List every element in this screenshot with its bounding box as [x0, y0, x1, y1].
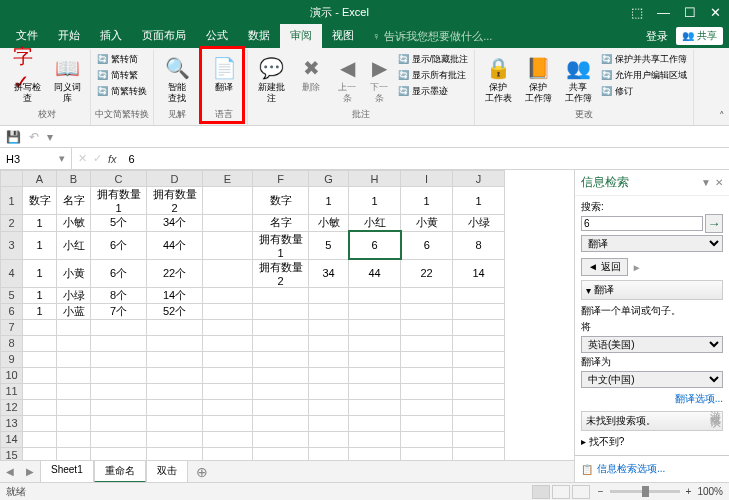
- cell-B1[interactable]: 名字: [57, 187, 91, 215]
- cell-B7[interactable]: [57, 319, 91, 335]
- cell-I11[interactable]: [401, 383, 453, 399]
- cell-J10[interactable]: [453, 367, 505, 383]
- cell-B13[interactable]: [57, 415, 91, 431]
- cell-F11[interactable]: [253, 383, 309, 399]
- zoom-slider[interactable]: [610, 490, 680, 493]
- cell-I9[interactable]: [401, 351, 453, 367]
- login-button[interactable]: 登录: [646, 29, 668, 44]
- cell-A8[interactable]: [23, 335, 57, 351]
- cell-A10[interactable]: [23, 367, 57, 383]
- sheet-tab-双击[interactable]: 双击: [146, 460, 188, 483]
- cell-A2[interactable]: 1: [23, 215, 57, 232]
- cell-C12[interactable]: [91, 399, 147, 415]
- cell-C9[interactable]: [91, 351, 147, 367]
- cell-D1[interactable]: 拥有数量2: [147, 187, 203, 215]
- cell-I12[interactable]: [401, 399, 453, 415]
- pane-close-icon[interactable]: ✕: [715, 177, 723, 188]
- cell-F4[interactable]: 拥有数量2: [253, 259, 309, 287]
- cell-F2[interactable]: 名字: [253, 215, 309, 232]
- cell-A9[interactable]: [23, 351, 57, 367]
- tell-me[interactable]: ♀ 告诉我您想要做什么...: [364, 24, 500, 48]
- cell-J2[interactable]: 小绿: [453, 215, 505, 232]
- cell-H1[interactable]: 1: [349, 187, 401, 215]
- worksheet-grid[interactable]: ABCDEFGHIJ1数字名字拥有数量1拥有数量2数字111121小敏5个34个…: [0, 170, 574, 460]
- cell-C13[interactable]: [91, 415, 147, 431]
- cell-H13[interactable]: [349, 415, 401, 431]
- cell-H14[interactable]: [349, 431, 401, 447]
- cell-D11[interactable]: [147, 383, 203, 399]
- cell-J3[interactable]: 8: [453, 231, 505, 259]
- cell-E15[interactable]: [203, 447, 253, 460]
- col-header-G[interactable]: G: [309, 171, 349, 187]
- row-header-2[interactable]: 2: [1, 215, 23, 232]
- cell-I1[interactable]: 1: [401, 187, 453, 215]
- col-header-B[interactable]: B: [57, 171, 91, 187]
- cell-C6[interactable]: 7个: [91, 303, 147, 319]
- cell-G7[interactable]: [309, 319, 349, 335]
- cell-C3[interactable]: 6个: [91, 231, 147, 259]
- cell-H7[interactable]: [349, 319, 401, 335]
- thesaurus-button[interactable]: 📖 同义词库: [48, 52, 86, 106]
- cell-B2[interactable]: 小敏: [57, 215, 91, 232]
- cell-A1[interactable]: 数字: [23, 187, 57, 215]
- cell-G15[interactable]: [309, 447, 349, 460]
- to-lang-select[interactable]: 中文(中国): [581, 371, 723, 388]
- cell-H8[interactable]: [349, 335, 401, 351]
- row-header-5[interactable]: 5: [1, 287, 23, 303]
- cell-B11[interactable]: [57, 383, 91, 399]
- cell-I15[interactable]: [401, 447, 453, 460]
- cell-D10[interactable]: [147, 367, 203, 383]
- cell-F8[interactable]: [253, 335, 309, 351]
- cell-I5[interactable]: [401, 287, 453, 303]
- col-header-F[interactable]: F: [253, 171, 309, 187]
- translate-button[interactable]: 📄 翻译: [205, 52, 243, 95]
- page-break-view-icon[interactable]: [572, 485, 590, 499]
- share-button[interactable]: 👥 共享: [676, 27, 723, 45]
- cell-G10[interactable]: [309, 367, 349, 383]
- cell-I7[interactable]: [401, 319, 453, 335]
- cell-C7[interactable]: [91, 319, 147, 335]
- zoom-level[interactable]: 100%: [697, 486, 723, 497]
- chinese-item[interactable]: 🔄 简繁转换: [95, 84, 149, 99]
- row-header-7[interactable]: 7: [1, 319, 23, 335]
- cell-J14[interactable]: [453, 431, 505, 447]
- translate-section-header[interactable]: ▾ 翻译: [581, 280, 723, 300]
- name-box[interactable]: H3 ▾: [0, 148, 72, 169]
- row-header-13[interactable]: 13: [1, 415, 23, 431]
- delete-comment-button[interactable]: ✖ 删除: [292, 52, 330, 95]
- protect-workbook-button[interactable]: 📙 保护 工作簿: [519, 52, 557, 106]
- cell-E8[interactable]: [203, 335, 253, 351]
- cell-E5[interactable]: [203, 287, 253, 303]
- col-header-C[interactable]: C: [91, 171, 147, 187]
- service-select[interactable]: 翻译: [581, 235, 723, 252]
- cell-A6[interactable]: 1: [23, 303, 57, 319]
- qat-dropdown-icon[interactable]: ▾: [47, 130, 53, 144]
- cell-C4[interactable]: 6个: [91, 259, 147, 287]
- cell-C10[interactable]: [91, 367, 147, 383]
- cell-J5[interactable]: [453, 287, 505, 303]
- cell-H11[interactable]: [349, 383, 401, 399]
- tab-审阅[interactable]: 审阅: [280, 24, 322, 48]
- sheet-tab-Sheet1[interactable]: Sheet1: [40, 460, 94, 483]
- from-lang-select[interactable]: 英语(美国): [581, 336, 723, 353]
- cell-B12[interactable]: [57, 399, 91, 415]
- cell-F1[interactable]: 数字: [253, 187, 309, 215]
- name-dropdown-icon[interactable]: ▾: [59, 152, 65, 165]
- col-header-A[interactable]: A: [23, 171, 57, 187]
- search-go-button[interactable]: →: [705, 214, 723, 233]
- cell-C1[interactable]: 拥有数量1: [91, 187, 147, 215]
- tab-插入[interactable]: 插入: [90, 24, 132, 48]
- cell-I14[interactable]: [401, 431, 453, 447]
- cell-G14[interactable]: [309, 431, 349, 447]
- cell-E13[interactable]: [203, 415, 253, 431]
- cell-B15[interactable]: [57, 447, 91, 460]
- cell-H15[interactable]: [349, 447, 401, 460]
- share-workbook-button[interactable]: 👥 共享 工作簿: [559, 52, 597, 106]
- smart-lookup-button[interactable]: 🔍 智能 查找: [158, 52, 196, 106]
- cell-H5[interactable]: [349, 287, 401, 303]
- select-all-corner[interactable]: [1, 171, 23, 187]
- forward-icon[interactable]: ►: [632, 262, 642, 273]
- cell-D13[interactable]: [147, 415, 203, 431]
- protect-opt-item[interactable]: 🔄 允许用户编辑区域: [599, 68, 689, 83]
- cell-J8[interactable]: [453, 335, 505, 351]
